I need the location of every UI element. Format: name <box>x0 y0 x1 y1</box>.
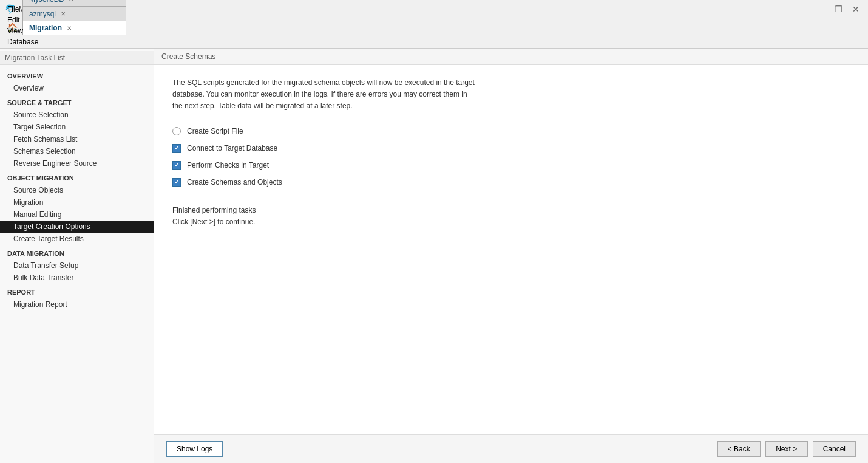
sidebar-section-overview: OVERVIEW <box>0 67 154 82</box>
window-controls: — ❐ ✕ <box>813 3 863 15</box>
sidebar-item-overview[interactable]: Overview <box>0 82 154 94</box>
sidebar-item-fetch-schemas-list[interactable]: Fetch Schemas List <box>0 133 154 145</box>
option-row-2: Perform Checks in Target <box>172 161 850 170</box>
content-area: Create Schemas The SQL scripts generated… <box>154 49 868 463</box>
sidebar-item-create-target-results[interactable]: Create Target Results <box>0 233 154 245</box>
footer-left: Show Logs <box>166 441 223 457</box>
minimize-button[interactable]: — <box>813 3 829 15</box>
option-row-3: Create Schemas and Objects <box>172 178 850 187</box>
checkbox-3[interactable] <box>172 178 181 187</box>
checkbox-2[interactable] <box>172 161 181 170</box>
sidebar-item-manual-editing[interactable]: Manual Editing <box>0 208 154 221</box>
restore-button[interactable]: ❐ <box>831 3 846 15</box>
content-header: Create Schemas <box>154 49 868 65</box>
cancel-button[interactable]: Cancel <box>813 441 856 457</box>
sidebar-item-source-selection[interactable]: Source Selection <box>0 109 154 121</box>
content-body: The SQL scripts generated for the migrat… <box>154 65 868 434</box>
option-row-1: Connect to Target Database <box>172 144 850 153</box>
sidebar-section-object-migration: OBJECT MIGRATION <box>0 170 154 184</box>
sidebar-item-migration-report[interactable]: Migration Report <box>0 298 154 310</box>
status-line1: Finished performing tasks <box>172 205 850 216</box>
option-row-0: Create Script File <box>172 127 850 135</box>
sidebar-item-target-creation-options[interactable]: Target Creation Options <box>0 221 154 233</box>
sidebar-item-bulk-data-transfer[interactable]: Bulk Data Transfer <box>0 272 154 284</box>
footer: Show Logs < Back Next > Cancel <box>154 434 868 463</box>
menu-bar: FileEditViewDatabaseToolsScriptingHelp <box>0 35 868 49</box>
menu-item-file[interactable]: File <box>2 4 43 15</box>
title-bar: 🐬 MySQL Workbench — ❐ ✕ <box>0 0 868 18</box>
option-label-3: Create Schemas and Objects <box>187 178 282 187</box>
menu-item-database[interactable]: Database <box>2 36 43 47</box>
sidebar: Migration Task List OVERVIEWOverviewSOUR… <box>0 49 154 463</box>
sidebar-title: Migration Task List <box>0 51 154 65</box>
option-label-0: Create Script File <box>187 127 243 135</box>
sidebar-item-data-transfer-setup[interactable]: Data Transfer Setup <box>0 259 154 272</box>
checkbox-1[interactable] <box>172 144 181 153</box>
radio-0[interactable] <box>172 127 181 135</box>
sidebar-content: OVERVIEWOverviewSOURCE & TARGETSource Se… <box>0 67 154 310</box>
next-button[interactable]: Next > <box>765 441 808 457</box>
show-logs-button[interactable]: Show Logs <box>166 441 223 457</box>
status-line2: Click [Next >] to continue. <box>172 216 850 228</box>
option-label-1: Connect to Target Database <box>187 144 277 153</box>
main-container: Migration Task List OVERVIEWOverviewSOUR… <box>0 49 868 463</box>
sidebar-item-target-selection[interactable]: Target Selection <box>0 121 154 133</box>
sidebar-item-source-objects[interactable]: Source Objects <box>0 184 154 196</box>
tab-close-myjoliedb[interactable]: ✕ <box>69 0 73 2</box>
back-button[interactable]: < Back <box>717 441 761 457</box>
tab-close-azmysql[interactable]: ✕ <box>61 10 66 17</box>
footer-right: < Back Next > Cancel <box>717 441 856 457</box>
sidebar-section-report: REPORT <box>0 284 154 298</box>
options-group: Create Script FileConnect to Target Data… <box>172 127 850 187</box>
sidebar-item-schemas-selection[interactable]: Schemas Selection <box>0 145 154 157</box>
sidebar-section-source-target: SOURCE & TARGET <box>0 94 154 109</box>
tab-bar: 🏠 Local instance MySQL57✕MyJolieDB✕azmys… <box>0 18 868 35</box>
sidebar-item-migration[interactable]: Migration <box>0 196 154 208</box>
option-label-2: Perform Checks in Target <box>187 161 269 170</box>
sidebar-item-reverse-engineer-source[interactable]: Reverse Engineer Source <box>0 157 154 170</box>
sidebar-section-data-migration: DATA MIGRATION <box>0 245 154 259</box>
tab-close-migration[interactable]: ✕ <box>67 25 72 32</box>
description-text: The SQL scripts generated for the migrat… <box>172 77 476 112</box>
menu-item-edit[interactable]: Edit <box>2 15 43 26</box>
close-button[interactable]: ✕ <box>849 3 863 15</box>
menu-item-view[interactable]: View <box>2 26 43 36</box>
status-text: Finished performing tasks Click [Next >]… <box>172 205 850 228</box>
